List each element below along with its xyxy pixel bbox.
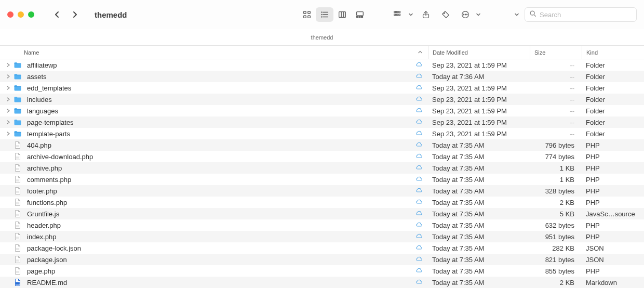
group-by-button[interactable] xyxy=(391,7,405,22)
folder-icon xyxy=(14,72,22,81)
file-kind: PHP xyxy=(582,141,644,149)
search-icon xyxy=(529,10,536,19)
file-row[interactable]: page-templatesSep 23, 2021 at 1:59 PM--F… xyxy=(0,116,644,128)
file-row[interactable]: 404.phpToday at 7:35 AM796 bytesPHP xyxy=(0,139,644,151)
share-button[interactable] xyxy=(419,7,433,22)
file-row[interactable]: package.jsonToday at 7:35 AM821 bytesJSO… xyxy=(0,254,644,265)
search-box[interactable] xyxy=(525,7,637,22)
icloud-status-icon xyxy=(415,175,423,184)
minimize-window-button[interactable] xyxy=(18,11,24,18)
file-kind: Folder xyxy=(582,107,644,115)
file-row[interactable]: functions.phpToday at 7:35 AM2 KBPHP xyxy=(0,197,644,208)
disclosure-triangle[interactable] xyxy=(5,132,11,136)
column-header-kind[interactable]: Kind xyxy=(582,46,644,59)
file-size: -- xyxy=(530,61,582,69)
action-menu-button[interactable] xyxy=(458,7,473,22)
file-row[interactable]: README.mdToday at 7:35 AM2 KBMarkdown xyxy=(0,277,644,288)
svg-rect-2 xyxy=(304,16,306,18)
file-size: 1 KB xyxy=(530,176,582,184)
file-row[interactable]: archive.phpToday at 7:35 AM1 KBPHP xyxy=(0,162,644,174)
icon-view-button[interactable] xyxy=(298,7,316,22)
file-row[interactable]: archive-download.phpToday at 7:35 AM774 … xyxy=(0,151,644,162)
file-row[interactable]: index.phpToday at 7:35 AM951 bytesPHP xyxy=(0,231,644,242)
sort-ascending-icon xyxy=(418,49,423,56)
file-size: -- xyxy=(530,130,582,138)
file-name: README.md xyxy=(27,279,67,287)
svg-rect-3 xyxy=(308,16,311,18)
file-date: Sep 23, 2021 at 1:59 PM xyxy=(428,61,530,69)
file-row[interactable]: footer.phpToday at 7:35 AM328 bytesPHP xyxy=(0,185,644,197)
svg-rect-16 xyxy=(361,17,363,18)
back-button[interactable] xyxy=(53,10,61,19)
file-kind: JSON xyxy=(582,244,644,252)
file-kind: PHP xyxy=(582,153,644,161)
svg-rect-14 xyxy=(357,17,358,18)
file-date: Today at 7:35 AM xyxy=(428,256,530,264)
file-size: -- xyxy=(530,119,582,126)
file-icon xyxy=(14,187,22,195)
file-date: Today at 7:35 AM xyxy=(428,279,530,287)
file-row[interactable]: edd_templatesSep 23, 2021 at 1:59 PM--Fo… xyxy=(0,82,644,94)
column-view-button[interactable] xyxy=(333,7,351,22)
file-row[interactable]: package-lock.jsonToday at 7:35 AM282 KBJ… xyxy=(0,242,644,254)
toolbar: themedd xyxy=(0,0,644,29)
file-name: functions.php xyxy=(27,199,67,206)
file-date: Sep 23, 2021 at 1:59 PM xyxy=(428,130,530,138)
svg-rect-20 xyxy=(394,14,396,16)
file-icon xyxy=(14,175,22,184)
file-size: 2 KB xyxy=(530,279,582,287)
file-size: -- xyxy=(530,107,582,115)
disclosure-triangle[interactable] xyxy=(5,120,11,124)
file-icon xyxy=(14,152,22,161)
list-view-button[interactable] xyxy=(316,7,333,22)
file-name: archive-download.php xyxy=(27,153,93,161)
file-name: page-templates xyxy=(27,119,74,126)
file-name: index.php xyxy=(27,233,56,241)
file-date: Today at 7:35 AM xyxy=(428,222,530,229)
file-kind: PHP xyxy=(582,176,644,184)
file-kind: PHP xyxy=(582,222,644,229)
file-name: template-parts xyxy=(27,130,70,138)
close-window-button[interactable] xyxy=(7,11,14,18)
file-row[interactable]: includesSep 23, 2021 at 1:59 PM--Folder xyxy=(0,94,644,105)
file-icon xyxy=(14,278,22,287)
file-kind: PHP xyxy=(582,187,644,195)
search-input[interactable] xyxy=(540,11,632,19)
svg-rect-13 xyxy=(357,12,364,16)
path-bar: themedd xyxy=(0,29,644,46)
folder-icon xyxy=(14,84,22,92)
file-name: header.php xyxy=(27,222,61,229)
fullscreen-window-button[interactable] xyxy=(28,11,34,18)
tags-button[interactable] xyxy=(438,7,453,22)
file-name: languages xyxy=(27,107,58,115)
icloud-status-icon xyxy=(415,72,423,81)
forward-button[interactable] xyxy=(71,10,79,19)
icloud-status-icon xyxy=(415,152,423,161)
icloud-status-icon xyxy=(415,95,423,104)
folder-icon xyxy=(14,107,22,115)
file-date: Today at 7:35 AM xyxy=(428,233,530,241)
file-row[interactable]: template-partsSep 23, 2021 at 1:59 PM--F… xyxy=(0,128,644,139)
gallery-view-button[interactable] xyxy=(351,7,369,22)
disclosure-triangle[interactable] xyxy=(5,109,11,113)
column-header-name[interactable]: Name xyxy=(0,49,428,56)
file-size: 951 bytes xyxy=(530,233,582,241)
file-row[interactable]: header.phpToday at 7:35 AM632 bytesPHP xyxy=(0,219,644,231)
file-row[interactable]: Gruntfile.jsToday at 7:35 AM5 KBJavaSc…s… xyxy=(0,208,644,219)
file-row[interactable]: comments.phpToday at 7:35 AM1 KBPHP xyxy=(0,174,644,185)
svg-rect-22 xyxy=(399,14,400,16)
file-name: affiliatewp xyxy=(27,61,57,69)
file-size: 328 bytes xyxy=(530,187,582,195)
file-row[interactable]: languagesSep 23, 2021 at 1:59 PM--Folder xyxy=(0,105,644,116)
disclosure-triangle[interactable] xyxy=(5,74,11,79)
file-name: 404.php xyxy=(27,141,51,149)
icloud-status-icon xyxy=(415,198,423,207)
disclosure-triangle[interactable] xyxy=(5,86,11,90)
file-row[interactable]: affiliatewpSep 23, 2021 at 1:59 PM--Fold… xyxy=(0,59,644,71)
column-header-date[interactable]: Date Modified xyxy=(428,46,530,59)
file-row[interactable]: assetsToday at 7:36 AM--Folder xyxy=(0,71,644,82)
file-row[interactable]: page.phpToday at 7:35 AM855 bytesPHP xyxy=(0,265,644,277)
disclosure-triangle[interactable] xyxy=(5,97,11,101)
column-header-size[interactable]: Size xyxy=(530,46,582,59)
disclosure-triangle[interactable] xyxy=(5,63,11,67)
